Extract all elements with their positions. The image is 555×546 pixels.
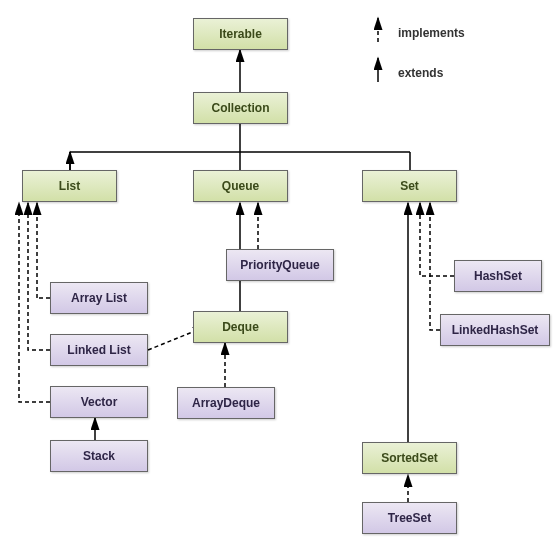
label: List: [59, 179, 80, 193]
diagram-canvas: implements extends Iterable Collection L…: [0, 0, 555, 546]
node-set: Set: [362, 170, 457, 202]
node-queue: Queue: [193, 170, 288, 202]
node-sortedset: SortedSet: [362, 442, 457, 474]
label: LinkedHashSet: [452, 323, 539, 337]
label: PriorityQueue: [240, 258, 319, 272]
label: Vector: [81, 395, 118, 409]
label: Iterable: [219, 27, 262, 41]
label: Array List: [71, 291, 127, 305]
node-priorityqueue: PriorityQueue: [226, 249, 334, 281]
label: ArrayDeque: [192, 396, 260, 410]
node-arraydeque: ArrayDeque: [177, 387, 275, 419]
node-hashset: HashSet: [454, 260, 542, 292]
node-treeset: TreeSet: [362, 502, 457, 534]
node-stack: Stack: [50, 440, 148, 472]
label: TreeSet: [388, 511, 431, 525]
label: Deque: [222, 320, 259, 334]
label: Linked List: [67, 343, 130, 357]
node-deque: Deque: [193, 311, 288, 343]
label: SortedSet: [381, 451, 438, 465]
node-linkedlist: Linked List: [50, 334, 148, 366]
node-iterable: Iterable: [193, 18, 288, 50]
legend-implements: implements: [398, 26, 465, 40]
node-vector: Vector: [50, 386, 148, 418]
node-collection: Collection: [193, 92, 288, 124]
label: Stack: [83, 449, 115, 463]
label: Queue: [222, 179, 259, 193]
label: Set: [400, 179, 419, 193]
node-linkedhashset: LinkedHashSet: [440, 314, 550, 346]
legend-extends: extends: [398, 66, 443, 80]
label: HashSet: [474, 269, 522, 283]
node-arraylist: Array List: [50, 282, 148, 314]
node-list: List: [22, 170, 117, 202]
label: Collection: [211, 101, 269, 115]
